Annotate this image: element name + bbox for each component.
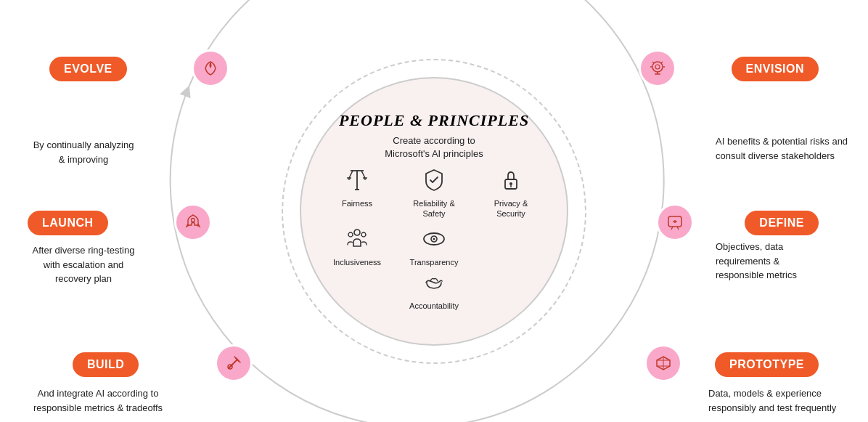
envision-description: AI benefits & potential risks andconsult… (716, 134, 861, 163)
privacy-label: Privacy &Security (494, 198, 528, 219)
principles-grid: Fairness Reliability &Safety (322, 168, 546, 267)
svg-point-9 (348, 232, 353, 237)
accountability-label: Accountability (409, 301, 459, 311)
prototype-description: Data, models & experienceresponsibly and… (708, 386, 861, 415)
svg-point-10 (361, 232, 366, 237)
svg-point-21 (655, 65, 660, 69)
build-icon-circle (215, 344, 253, 382)
main-container: PEOPLE & PRINCIPLES Create according toM… (0, 0, 868, 422)
svg-point-13 (433, 238, 435, 240)
fairness-label: Fairness (342, 198, 372, 208)
launch-button[interactable]: LAUNCH (28, 211, 108, 235)
accountability-icon (422, 270, 446, 298)
define-icon-circle (656, 203, 694, 241)
svg-point-14 (652, 62, 663, 72)
center-circle: PEOPLE & PRINCIPLES Create according toM… (300, 77, 568, 346)
reliability-label: Reliability &Safety (413, 198, 454, 219)
svg-line-18 (661, 62, 663, 63)
evolve-description: By continually analyzing& improving (11, 138, 156, 166)
svg-line-17 (652, 62, 654, 63)
evolve-icon-circle (192, 49, 229, 87)
build-button[interactable]: BUILD (73, 352, 139, 377)
prototype-button[interactable]: PROTOTYPE (715, 352, 819, 377)
envision-button[interactable]: ENVISION (732, 57, 819, 81)
svg-point-8 (354, 230, 360, 235)
circle-subtitle: Create according toMicrosoft's AI princi… (385, 134, 483, 161)
svg-rect-23 (668, 216, 681, 227)
principle-transparency: Transparency (398, 227, 470, 267)
define-description: Objectives, datarequirements &responsibl… (716, 240, 861, 283)
principle-reliability: Reliability &Safety (398, 168, 470, 219)
prototype-label: PROTOTYPE (729, 358, 804, 370)
launch-label: LAUNCH (42, 216, 94, 229)
svg-line-24 (229, 360, 237, 368)
svg-line-3 (361, 171, 365, 178)
svg-point-22 (192, 219, 195, 222)
define-button[interactable]: DEFINE (745, 211, 819, 235)
envision-icon-circle (639, 49, 676, 87)
principle-inclusiveness: Inclusiveness (322, 227, 393, 267)
launch-icon-circle (174, 203, 212, 241)
build-label: BUILD (87, 358, 124, 370)
fairness-icon (345, 168, 369, 195)
privacy-icon (499, 168, 523, 195)
transparency-icon (422, 227, 446, 254)
evolve-button[interactable]: EVOLVE (49, 57, 127, 81)
envision-label: ENVISION (746, 62, 804, 75)
reliability-icon (422, 168, 446, 195)
transparency-label: Transparency (410, 257, 459, 267)
build-description: And integrate AI according toresponsible… (11, 386, 185, 415)
evolve-label: EVOLVE (64, 62, 112, 75)
svg-point-6 (509, 182, 512, 185)
circle-title: PEOPLE & PRINCIPLES (339, 111, 529, 130)
svg-line-2 (349, 171, 353, 178)
prototype-icon-circle (644, 344, 682, 382)
principle-accountability: Accountability (409, 270, 459, 311)
principle-fairness: Fairness (322, 168, 393, 219)
inclusiveness-label: Inclusiveness (333, 257, 381, 267)
define-label: DEFINE (759, 216, 804, 229)
inclusiveness-icon (345, 227, 369, 254)
launch-description: After diverse ring-testingwith escalatio… (11, 243, 156, 286)
principle-privacy: Privacy &Security (475, 168, 546, 219)
